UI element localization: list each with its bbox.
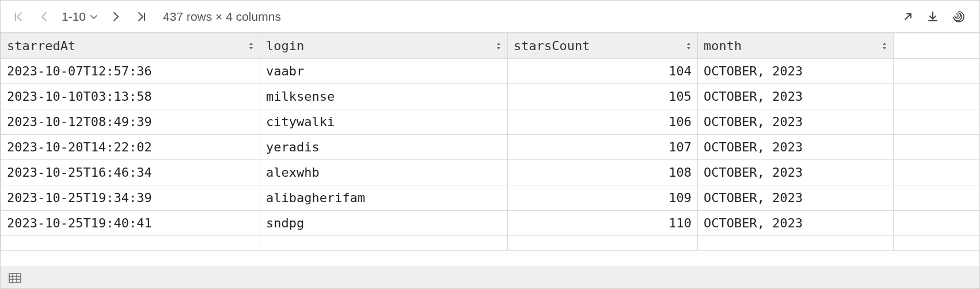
cell-month: OCTOBER, 2023 [698,211,894,236]
cell-pad [894,185,980,211]
cell-partial [508,236,698,251]
pager: 1-10 437 rows × 4 columns [11,9,281,24]
cell-pad [894,109,980,135]
arrow-up-right-icon [902,11,914,22]
cell-month: OCTOBER, 2023 [698,135,894,160]
table-row[interactable]: 2023-10-10T03:13:58milksense105OCTOBER, … [1,84,980,109]
column-label: starredAt [7,39,75,53]
cell-starredAt: 2023-10-12T08:49:39 [1,109,260,135]
column-header-login[interactable]: login [260,33,508,59]
refresh-button[interactable] [952,10,966,24]
sort-icon[interactable] [686,42,692,50]
cell-login: alibagherifam [260,185,508,211]
cell-month: OCTOBER, 2023 [698,160,894,185]
svg-rect-0 [9,273,21,283]
cell-starredAt: 2023-10-25T19:40:41 [1,211,260,236]
cell-partial [1,236,260,251]
cell-starredAt: 2023-10-25T16:46:34 [1,160,260,185]
cell-starsCount: 104 [508,59,698,84]
data-grid-panel: 1-10 437 rows × 4 columns [0,0,980,289]
cell-login: citywalki [260,109,508,135]
table-row[interactable] [1,236,980,251]
first-page-icon [13,11,24,22]
open-external-button[interactable] [902,11,914,22]
spiral-icon [952,10,966,24]
cell-starsCount: 107 [508,135,698,160]
cell-month: OCTOBER, 2023 [698,84,894,109]
data-table: starredAtloginstarsCountmonth 2023-10-07… [1,33,979,251]
grid-toolbar: 1-10 437 rows × 4 columns [1,1,979,33]
cell-login: milksense [260,84,508,109]
toolbar-actions [902,10,969,24]
table-row[interactable]: 2023-10-12T08:49:39citywalki106OCTOBER, … [1,109,980,135]
cell-starredAt: 2023-10-07T12:57:36 [1,59,260,84]
page-range-label: 1-10 [62,10,86,24]
table-row[interactable]: 2023-10-20T14:22:02yeradis107OCTOBER, 20… [1,135,980,160]
row-count-info: 437 rows × 4 columns [163,10,281,24]
cell-partial [698,236,894,251]
cell-starredAt: 2023-10-20T14:22:02 [1,135,260,160]
chevron-left-icon [39,11,49,22]
cell-partial [260,236,508,251]
sort-icon[interactable] [248,42,254,50]
page-range-dropdown[interactable]: 1-10 [62,10,98,24]
cell-starsCount: 106 [508,109,698,135]
table-row[interactable]: 2023-10-25T19:40:41sndpg110OCTOBER, 2023 [1,211,980,236]
chevron-down-icon [89,12,98,21]
cell-login: vaabr [260,59,508,84]
cell-month: OCTOBER, 2023 [698,59,894,84]
first-page-button[interactable] [11,9,26,24]
grid-body: starredAtloginstarsCountmonth 2023-10-07… [1,33,979,267]
column-pad [894,33,980,59]
column-header-month[interactable]: month [698,33,894,59]
download-icon [926,10,939,23]
last-page-button[interactable] [134,9,149,24]
prev-page-button[interactable] [36,9,51,24]
cell-month: OCTOBER, 2023 [698,109,894,135]
cell-pad [894,59,980,84]
cell-starsCount: 110 [508,211,698,236]
column-label: login [266,39,304,53]
cell-starredAt: 2023-10-25T19:34:39 [1,185,260,211]
table-icon [9,273,21,283]
grid-footer [1,267,979,288]
column-label: month [704,39,742,53]
sort-icon[interactable] [882,42,887,50]
header-row: starredAtloginstarsCountmonth [1,33,980,59]
table-row[interactable]: 2023-10-07T12:57:36vaabr104OCTOBER, 2023 [1,59,980,84]
cell-starsCount: 109 [508,185,698,211]
chevron-right-icon [111,11,121,22]
cell-pad [894,84,980,109]
column-header-starredAt[interactable]: starredAt [1,33,260,59]
download-button[interactable] [926,10,939,23]
cell-pad [894,211,980,236]
column-label: starsCount [514,39,590,53]
table-row[interactable]: 2023-10-25T16:46:34alexwhb108OCTOBER, 20… [1,160,980,185]
cell-starredAt: 2023-10-10T03:13:58 [1,84,260,109]
cell-starsCount: 108 [508,160,698,185]
cell-login: yeradis [260,135,508,160]
next-page-button[interactable] [109,9,124,24]
cell-starsCount: 105 [508,84,698,109]
last-page-icon [136,11,147,22]
sort-icon[interactable] [496,42,502,50]
cell-login: alexwhb [260,160,508,185]
cell-login: sndpg [260,211,508,236]
cell-month: OCTOBER, 2023 [698,185,894,211]
cell-pad [894,135,980,160]
cell-pad [894,160,980,185]
table-view-button[interactable] [9,273,21,283]
table-row[interactable]: 2023-10-25T19:34:39alibagherifam109OCTOB… [1,185,980,211]
column-header-starsCount[interactable]: starsCount [508,33,698,59]
